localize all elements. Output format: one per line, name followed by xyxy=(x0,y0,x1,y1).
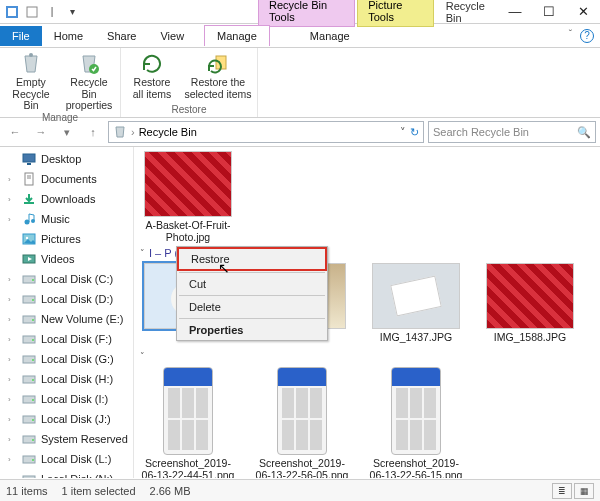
close-button[interactable]: ✕ xyxy=(566,0,600,24)
file-label: Screenshot_2019-06​-13-22-44-51.png xyxy=(140,457,236,478)
chevron-right-icon[interactable]: › xyxy=(8,275,17,284)
chevron-right-icon[interactable]: › xyxy=(8,295,17,304)
sidebar-item-music[interactable]: ›Music xyxy=(0,209,133,229)
breadcrumb-location[interactable]: Recycle Bin xyxy=(139,126,197,138)
file-item[interactable]: Screenshot_2019-06​-13-22-56-15.png xyxy=(368,365,464,478)
view-tab[interactable]: View xyxy=(148,26,196,46)
file-item[interactable]: Screenshot_2019-06​-13-22-44-51.png xyxy=(140,365,236,478)
recycle-bin-properties-button[interactable]: Recycle Bin properties xyxy=(62,50,116,112)
nav-back-button[interactable]: ← xyxy=(4,121,26,143)
cursor-icon: ↖ xyxy=(218,260,230,276)
share-tab[interactable]: Share xyxy=(95,26,148,46)
nav-pane[interactable]: Desktop›Documents›Downloads›MusicPicture… xyxy=(0,147,134,478)
sidebar-item-local-disk-l-[interactable]: ›Local Disk (L:) xyxy=(0,449,133,469)
details-view-button[interactable]: ≣ xyxy=(552,483,572,499)
svg-point-36 xyxy=(32,459,34,461)
file-item[interactable]: IMG_1588.JPG xyxy=(482,263,578,343)
context-menu-delete[interactable]: Delete xyxy=(177,297,327,317)
qat-properties-icon[interactable] xyxy=(24,4,40,20)
sidebar-item-label: Local Disk (G:) xyxy=(41,353,114,365)
empty-recycle-bin-button[interactable]: Empty Recycle Bin xyxy=(4,50,58,112)
sidebar-item-local-disk-g-[interactable]: ›Local Disk (G:) xyxy=(0,349,133,369)
chevron-right-icon[interactable]: › xyxy=(8,335,17,344)
chevron-right-icon[interactable]: › xyxy=(8,435,17,444)
search-icon[interactable]: 🔍 xyxy=(577,126,591,139)
chevron-right-icon[interactable]: › xyxy=(8,375,17,384)
maximize-button[interactable]: ☐ xyxy=(532,0,566,24)
search-box[interactable]: Search Recycle Bin 🔍 xyxy=(428,121,596,143)
file-label: IMG_1437.JPG xyxy=(380,331,452,343)
bin-properties-label: Recycle Bin properties xyxy=(62,77,116,112)
refresh-icon[interactable]: ↻ xyxy=(410,126,419,139)
context-menu-properties[interactable]: Properties xyxy=(177,320,327,340)
sidebar-item-label: Local Disk (I:) xyxy=(41,393,108,405)
svg-point-30 xyxy=(32,399,34,401)
drive-icon xyxy=(21,451,37,467)
file-item[interactable]: A-Basket-Of-Fruit-Photo.jpg xyxy=(140,151,236,243)
chevron-right-icon[interactable]: › xyxy=(8,195,17,204)
sidebar-item-desktop[interactable]: Desktop xyxy=(0,149,133,169)
ribbon-group-restore-label: Restore xyxy=(125,104,253,115)
sidebar-item-videos[interactable]: Videos xyxy=(0,249,133,269)
sidebar-item-system-reserved[interactable]: ›System Reserved xyxy=(0,429,133,449)
sidebar-item-local-disk-i-[interactable]: ›Local Disk (I:) xyxy=(0,389,133,409)
file-item[interactable]: IMG_1437.JPG xyxy=(368,263,464,343)
picture-tools-tab[interactable]: Picture Tools xyxy=(357,0,434,27)
chevron-right-icon[interactable]: › xyxy=(8,355,17,364)
restore-all-button[interactable]: Restore all items xyxy=(125,50,179,100)
sidebar-item-label: Local Disk (N:) xyxy=(41,473,113,478)
nav-recent-button[interactable]: ▾ xyxy=(56,121,78,143)
context-menu-restore[interactable]: Restore xyxy=(177,247,327,271)
search-placeholder: Search Recycle Bin xyxy=(433,126,529,138)
recycle-bin-tools-tab[interactable]: Recycle Bin Tools xyxy=(258,0,355,27)
chevron-right-icon[interactable]: › xyxy=(8,455,17,464)
chevron-right-icon[interactable]: › xyxy=(8,315,17,324)
qat-dropdown-icon[interactable]: ▾ xyxy=(64,4,80,20)
sidebar-item-local-disk-d-[interactable]: ›Local Disk (D:) xyxy=(0,289,133,309)
drive-icon xyxy=(21,311,37,327)
group-header-2[interactable]: ˅ xyxy=(140,343,594,365)
sidebar-item-new-volume-e-[interactable]: ›New Volume (E:) xyxy=(0,309,133,329)
chevron-right-icon[interactable]: › xyxy=(8,475,17,479)
manage-tab-recycle[interactable]: Manage xyxy=(204,25,270,46)
sidebar-item-documents[interactable]: ›Documents xyxy=(0,169,133,189)
drive-icon xyxy=(21,351,37,367)
thumbnails-view-button[interactable]: ▦ xyxy=(574,483,594,499)
chevron-right-icon[interactable]: › xyxy=(8,415,17,424)
sidebar-item-label: New Volume (E:) xyxy=(41,313,124,325)
sidebar-item-downloads[interactable]: ›Downloads xyxy=(0,189,133,209)
file-tab[interactable]: File xyxy=(0,26,42,46)
bin-properties-icon xyxy=(75,52,103,76)
minimize-button[interactable]: — xyxy=(498,0,532,24)
help-icon[interactable]: ? xyxy=(580,29,594,43)
sidebar-item-local-disk-j-[interactable]: ›Local Disk (J:) xyxy=(0,409,133,429)
nav-up-button[interactable]: ↑ xyxy=(82,121,104,143)
file-item[interactable]: Screenshot_2019-06​-13-22-56-05.png xyxy=(254,365,350,478)
context-menu-cut[interactable]: Cut xyxy=(177,274,327,294)
address-bar[interactable]: › Recycle Bin ˅ ↻ xyxy=(108,121,424,143)
home-tab[interactable]: Home xyxy=(42,26,95,46)
recycle-bin-icon xyxy=(113,125,127,139)
group-collapse-icon[interactable]: ˅ xyxy=(140,351,145,361)
collapse-ribbon-icon[interactable]: ˇ xyxy=(569,29,572,43)
chevron-right-icon[interactable]: › xyxy=(8,175,17,184)
nav-forward-button[interactable]: → xyxy=(30,121,52,143)
pic-icon xyxy=(21,231,37,247)
sidebar-item-label: Local Disk (C:) xyxy=(41,273,113,285)
chevron-right-icon[interactable]: › xyxy=(8,215,17,224)
manage-tab-picture[interactable]: Manage xyxy=(298,26,362,46)
chevron-right-icon[interactable]: › xyxy=(8,395,17,404)
sidebar-item-local-disk-f-[interactable]: ›Local Disk (F:) xyxy=(0,329,133,349)
group-collapse-icon[interactable]: ˅ xyxy=(140,248,145,258)
sidebar-item-label: System Reserved xyxy=(41,433,128,445)
sidebar-item-pictures[interactable]: Pictures xyxy=(0,229,133,249)
sidebar-item-label: Downloads xyxy=(41,193,95,205)
address-dropdown-icon[interactable]: ˅ xyxy=(400,126,406,139)
sidebar-item-local-disk-n-[interactable]: ›Local Disk (N:) xyxy=(0,469,133,478)
sidebar-item-local-disk-c-[interactable]: ›Local Disk (C:) xyxy=(0,269,133,289)
restore-selected-button[interactable]: Restore the selected items xyxy=(183,50,253,100)
svg-rect-37 xyxy=(23,476,35,478)
sidebar-item-local-disk-h-[interactable]: ›Local Disk (H:) xyxy=(0,369,133,389)
file-label: IMG_1588.JPG xyxy=(494,331,566,343)
drive-icon xyxy=(21,431,37,447)
